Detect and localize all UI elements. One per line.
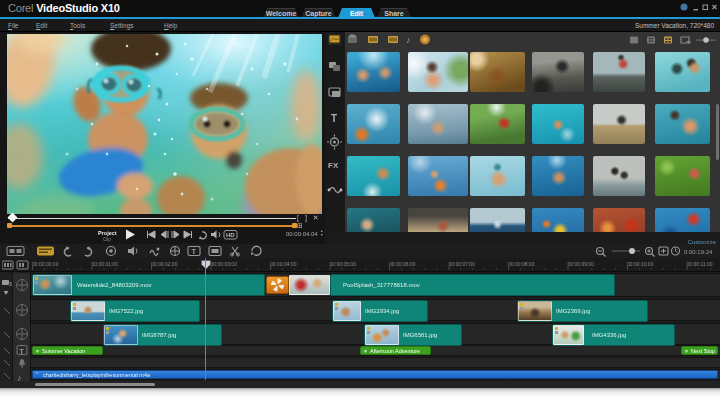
svg-text:♪: ♪ bbox=[406, 35, 411, 45]
svg-text:T: T bbox=[331, 113, 337, 124]
svg-text:T: T bbox=[192, 247, 197, 256]
svg-text:T: T bbox=[20, 348, 25, 355]
svg-text:3: 3 bbox=[9, 281, 12, 287]
svg-text:♪: ♪ bbox=[17, 373, 22, 381]
svg-text:FX: FX bbox=[328, 161, 339, 170]
svg-text:0:00:19:24: 0:00:19:24 bbox=[684, 249, 713, 255]
svg-text:HD: HD bbox=[226, 232, 235, 238]
